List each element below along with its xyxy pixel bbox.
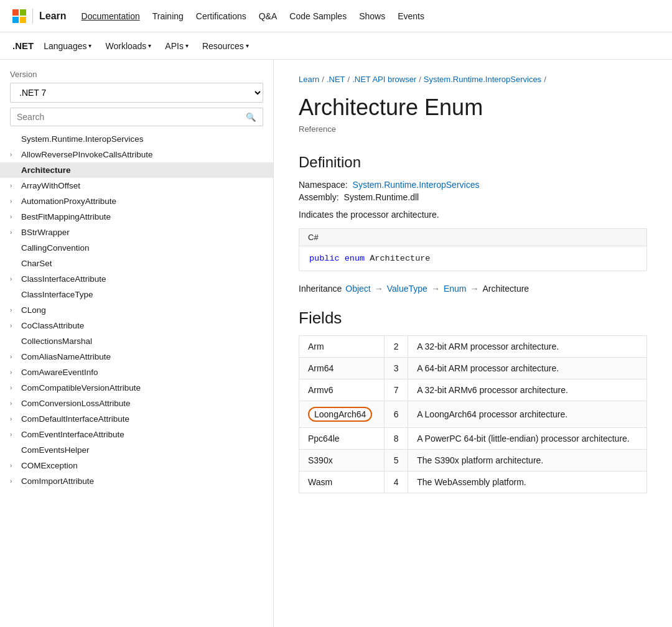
content-area: Learn / .NET / .NET API browser / System… (274, 60, 672, 627)
version-select[interactable]: .NET 7 (10, 83, 263, 103)
inherit-valuetype[interactable]: ValueType (387, 284, 427, 294)
field-arm64-value: 3 (385, 358, 408, 379)
sidebar-item-charset[interactable]: CharSet (0, 256, 273, 271)
sidebar-item-coclass[interactable]: › CoClassAttribute (0, 318, 273, 333)
sidebar-item-comdefaultinterface[interactable]: › ComDefaultInterfaceAttribute (0, 411, 273, 427)
sidebar-item-classinterfacetype[interactable]: ClassInterfaceType (0, 287, 273, 302)
inherit-object[interactable]: Object (345, 284, 370, 294)
sidebar-item-comexception[interactable]: › COMException (0, 458, 273, 473)
field-arm-name: Arm (299, 336, 385, 358)
field-loongarch-value: 6 (385, 401, 408, 428)
sidebar-item-comcompatible[interactable]: › ComCompatibleVersionAttribute (0, 380, 273, 396)
dotnet-brand[interactable]: .NET (12, 40, 34, 51)
nav-documentation[interactable]: Documentation (82, 11, 140, 21)
nav-code-samples[interactable]: Code Samples (289, 11, 347, 21)
chevron-icon: › (10, 322, 17, 329)
sidebar-item-automationproxy[interactable]: › AutomationProxyAttribute (0, 193, 273, 209)
code-body: public enum Architecture (299, 246, 646, 271)
definition-heading: Definition (299, 149, 647, 171)
chevron-icon: › (10, 384, 17, 391)
sidebar-item-bestfitmapping[interactable]: › BestFitMappingAttribute (0, 209, 273, 225)
table-row: Wasm 4 The WebAssembly platform. (299, 471, 647, 493)
table-row: Ppc64le 8 A PowerPC 64-bit (little-endia… (299, 428, 647, 450)
nav-events[interactable]: Events (398, 11, 424, 21)
inherit-arrow2: → (431, 284, 440, 294)
inherit-enum[interactable]: Enum (444, 284, 467, 294)
sec-workloads[interactable]: Workloads ▾ (99, 37, 157, 55)
nav-shows[interactable]: Shows (359, 11, 385, 21)
nav-certifications[interactable]: Certifications (196, 11, 246, 21)
sidebar-item-comawareeventinfo[interactable]: › ComAwareEventInfo (0, 365, 273, 380)
fields-table: Arm 2 A 32-bit ARM processor architectur… (299, 335, 647, 493)
sidebar-item-comconversion[interactable]: › ComConversionLossAttribute (0, 396, 273, 411)
breadcrumb-sep1: / (322, 75, 324, 84)
sidebar-item-bstrwrapper[interactable]: › BStrWrapper (0, 225, 273, 240)
field-ppc64le-desc: A PowerPC 64-bit (little-endian) process… (408, 428, 647, 450)
breadcrumb-dotnet[interactable]: .NET (327, 75, 345, 84)
field-arm64-desc: A 64-bit ARM processor architecture. (408, 358, 647, 379)
field-armv6-value: 7 (385, 379, 408, 401)
main-layout: Version .NET 7 🔍 System.Runtime.InteropS… (0, 60, 672, 627)
sidebar-item-callingconvention[interactable]: CallingConvention (0, 240, 273, 256)
field-loongarch-desc: A LoongArch64 processor architecture. (408, 401, 647, 428)
chevron-icon: › (10, 478, 17, 485)
chevron-icon: › (10, 307, 17, 314)
sidebar-item-architecture[interactable]: Architecture (0, 162, 273, 178)
sec-apis[interactable]: APIs ▾ (159, 37, 195, 55)
chevron-icon: › (10, 151, 17, 158)
field-loongarch-name: 龙芯 LoongArch64 (299, 401, 385, 428)
nav-training[interactable]: Training (152, 11, 184, 21)
sidebar-item-clong[interactable]: › CLong (0, 302, 273, 318)
sidebar-item-allow-reverse[interactable]: › AllowReversePInvokeCallsAttribute (0, 147, 273, 162)
ms-logo[interactable]: Learn (12, 9, 67, 24)
field-s390x-name: S390x (299, 450, 385, 471)
code-lang-tab[interactable]: C# (299, 229, 646, 246)
assembly-value: System.Runtime.dll (344, 192, 419, 202)
sidebar-item-comeventshelper[interactable]: ComEventsHelper (0, 442, 273, 458)
chevron-icon: › (10, 182, 17, 189)
sec-resources[interactable]: Resources ▾ (196, 37, 255, 55)
chevron-icon: › (10, 198, 17, 205)
sidebar-item-arraywithoffset[interactable]: › ArrayWithOffset (0, 178, 273, 193)
inherit-arrow3: → (470, 284, 478, 294)
sidebar-item-classinterface[interactable]: › ClassInterfaceAttribute (0, 271, 273, 287)
sidebar-item-system-runtime[interactable]: System.Runtime.InteropServices (0, 131, 273, 147)
sidebar-item-comimport[interactable]: › ComImportAttribute (0, 473, 273, 489)
sec-languages[interactable]: Languages ▾ (37, 37, 98, 55)
apis-chevron-icon: ▾ (185, 42, 189, 49)
field-armv6-desc: A 32-bit ARMv6 processor architecture. (408, 379, 647, 401)
resources-chevron-icon: ▾ (246, 42, 249, 49)
loongarch-highlight: LoongArch64 (308, 407, 372, 422)
code-keyword-public: public (309, 254, 340, 263)
breadcrumb-learn[interactable]: Learn (299, 75, 319, 84)
page-subtitle: Reference (299, 124, 647, 134)
inherit-architecture: Architecture (482, 284, 529, 294)
table-row: Arm64 3 A 64-bit ARM processor architect… (299, 358, 647, 379)
nav-qa[interactable]: Q&A (259, 11, 278, 21)
assembly-label: Assembly: (299, 192, 339, 202)
inherit-arrow1: → (375, 284, 383, 294)
chevron-icon: › (10, 462, 17, 469)
search-input[interactable] (11, 108, 240, 126)
breadcrumb: Learn / .NET / .NET API browser / System… (299, 75, 647, 84)
field-ppc64le-value: 8 (385, 428, 408, 450)
field-wasm-value: 4 (385, 471, 408, 493)
breadcrumb-api-browser[interactable]: .NET API browser (352, 75, 416, 84)
chevron-icon: › (10, 276, 17, 282)
description: Indicates the processor architecture. (299, 210, 647, 220)
namespace-value[interactable]: System.Runtime.InteropServices (353, 180, 480, 190)
chevron-icon: › (10, 416, 17, 422)
search-button[interactable]: 🔍 (240, 109, 263, 126)
inheritance-row: Inheritance Object → ValueType → Enum → … (299, 284, 647, 294)
search-box: 🔍 (10, 108, 263, 126)
chevron-icon: › (10, 431, 17, 438)
top-nav: Learn Documentation Training Certificati… (0, 0, 672, 32)
sidebar-item-comalias[interactable]: › ComAliasNameAttribute (0, 349, 273, 365)
sidebar-item-comeventinterface[interactable]: › ComEventInterfaceAttribute (0, 427, 273, 442)
assembly-row: Assembly: System.Runtime.dll (299, 192, 647, 202)
field-wasm-name: Wasm (299, 471, 385, 493)
chevron-icon: › (10, 213, 17, 220)
inheritance-label: Inheritance (299, 284, 342, 294)
breadcrumb-namespace[interactable]: System.Runtime.InteropServices (424, 75, 541, 84)
sidebar-item-collectionsmarshal[interactable]: CollectionsMarshal (0, 333, 273, 349)
